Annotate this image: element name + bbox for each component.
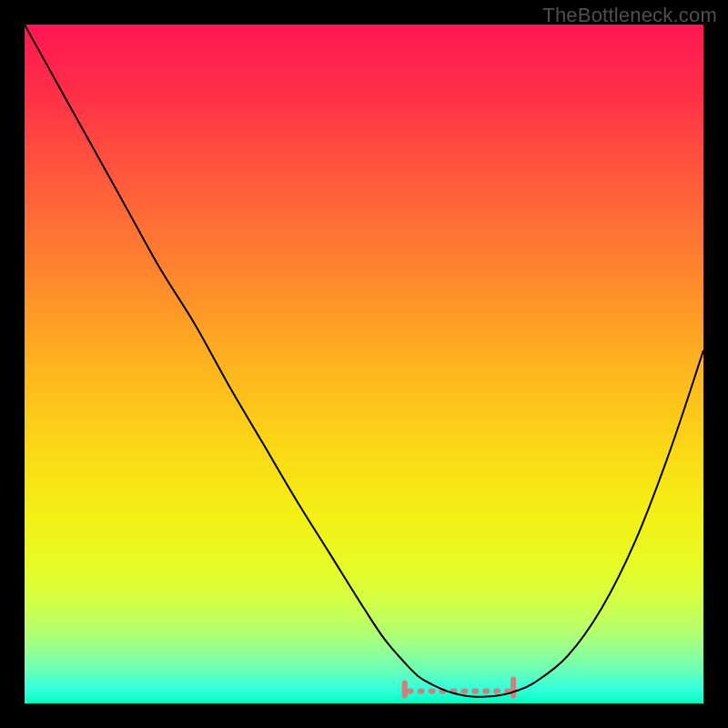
svg-rect-10	[402, 681, 408, 699]
watermark-text: TheBottleneck.com	[542, 4, 717, 27]
gradient-background	[25, 25, 703, 703]
svg-rect-1	[418, 689, 425, 694]
svg-rect-8	[493, 689, 500, 694]
bottleneck-plot	[25, 25, 703, 703]
svg-rect-2	[429, 689, 436, 694]
svg-rect-7	[482, 689, 490, 694]
svg-rect-6	[471, 689, 479, 694]
svg-rect-0	[407, 689, 414, 694]
chart-container: TheBottleneck.com	[0, 0, 728, 728]
svg-rect-5	[460, 689, 468, 694]
svg-rect-11	[511, 677, 516, 699]
